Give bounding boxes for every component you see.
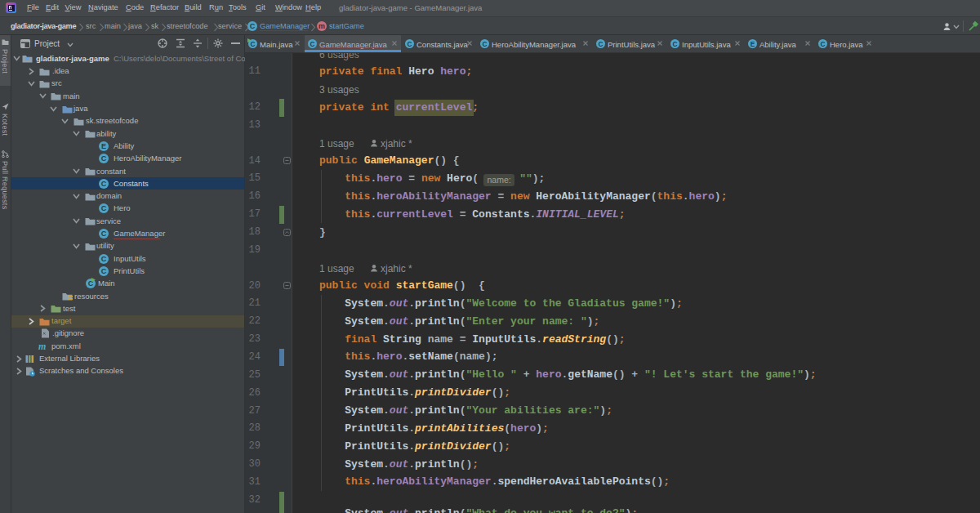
svg-text:C: C: [101, 267, 107, 275]
svg-text:C: C: [599, 41, 604, 48]
svg-text:E: E: [101, 142, 106, 150]
svg-text:C: C: [101, 204, 107, 212]
svg-text:C: C: [250, 22, 256, 30]
svg-text:C: C: [310, 41, 315, 48]
svg-text:C: C: [101, 180, 107, 188]
svg-text:C: C: [673, 41, 678, 48]
svg-text:C: C: [483, 41, 488, 48]
svg-text:C: C: [251, 41, 256, 48]
svg-text:C: C: [101, 230, 107, 238]
svg-text:C: C: [821, 41, 826, 48]
svg-text:C: C: [408, 41, 412, 48]
svg-text:m: m: [318, 22, 325, 30]
svg-text:E: E: [751, 41, 755, 48]
svg-text:C: C: [101, 154, 107, 163]
svg-text:C: C: [101, 255, 107, 263]
